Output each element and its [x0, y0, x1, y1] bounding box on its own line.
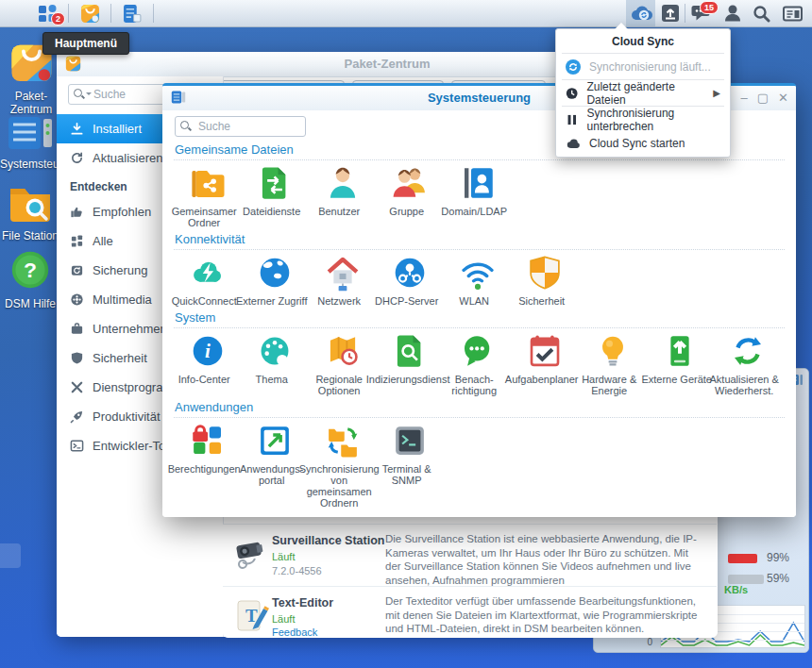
dhcp-server-icon [390, 253, 430, 292]
group-icon [390, 163, 430, 203]
sync-progress-icon [566, 59, 581, 75]
upload-icon [661, 4, 680, 23]
dsm-desktop: Paket-Zentrum Systemsteuerung File Stati… [0, 0, 812, 668]
help-icon: ? [9, 249, 51, 291]
search-button[interactable] [747, 0, 776, 26]
search-icon [74, 89, 85, 100]
cp-item-security[interactable]: Sicherheit [512, 253, 580, 307]
cp-item-label: Domain/LDAP [433, 206, 515, 217]
menu-item-recently-changed[interactable]: Zuletzt geänderte Dateien ▶ [556, 81, 730, 105]
pause-icon [566, 112, 579, 127]
svg-text:?: ? [24, 258, 37, 282]
terminal-icon [70, 439, 84, 453]
grid-icon [70, 234, 84, 248]
sidebar-item-label: Unternehmen [93, 322, 167, 336]
cloud-sync-tray-icon [629, 4, 653, 23]
external-device-icon [660, 331, 700, 371]
control-panel-taskbar-icon [123, 4, 143, 24]
cp-item-domain-ldap[interactable]: Domain/LDAP [444, 163, 512, 217]
cp-item-label: Terminal & SNMP [366, 463, 448, 486]
shield-icon [70, 351, 84, 365]
menu-item-label: Cloud Sync starten [589, 137, 685, 150]
sidebar-item-label: Empfohlen [93, 205, 151, 219]
surveillance-station-icon [232, 536, 270, 574]
cloud-icon [566, 136, 581, 151]
minimize-button[interactable]: – [741, 90, 748, 107]
desktop-icon-label: Paket-Zentrum [1, 90, 61, 116]
download-icon [70, 122, 84, 136]
usage-value-1: 99% [767, 551, 789, 564]
menu-item-label: Synchronisierung läuft... [589, 60, 711, 74]
package-row-surveillance-station[interactable]: Surveillance Station Läuft 7.2.0-4556 Di… [223, 524, 717, 587]
clock-icon [566, 86, 578, 101]
briefcase-icon [70, 322, 84, 336]
package-name: Surveillance Station [272, 534, 384, 547]
menu-item-label: Synchronisierung unterbrechen [587, 107, 720, 133]
cp-item-shared-folder[interactable]: Gemeinsamer Ordner [174, 163, 242, 228]
package-status: Läuft [272, 613, 295, 625]
taskbar-control-panel-button[interactable] [111, 0, 153, 26]
wallpaper-accent [0, 543, 21, 568]
package-name: Text-Editor [272, 596, 333, 610]
cp-item-terminal-snmp[interactable]: Terminal & SNMP [377, 421, 445, 486]
maximize-button[interactable]: ▢ [757, 90, 769, 107]
control-panel-search-input[interactable] [196, 118, 301, 135]
menu-item-open-cloud-sync[interactable]: Cloud Sync starten [556, 131, 730, 155]
search-icon [180, 121, 192, 132]
palette-icon [255, 331, 295, 371]
close-button[interactable]: ✕ [778, 90, 788, 107]
quickconnect-icon [188, 253, 228, 292]
cp-item-label: Aktualisieren & Wiederherst. [703, 374, 785, 396]
sidebar-item-label: Produktivität [93, 409, 161, 424]
cp-item-notification[interactable]: Benach-richtigung [444, 331, 512, 396]
cp-item-regional-options[interactable]: Regionale Optionen [309, 331, 377, 396]
desktop-icon-label: File Station [0, 229, 60, 242]
application-portal-icon [255, 421, 295, 460]
cp-item-update-restore[interactable]: Aktualisieren & Wiederherst. [714, 331, 782, 396]
package-center-taskbar-icon [80, 4, 100, 24]
sidebar-item-label: Multimedia [93, 292, 152, 307]
user-menu-button[interactable] [718, 0, 747, 26]
rocket-icon [70, 409, 84, 424]
thumbs-up-icon [70, 205, 84, 219]
indexing-icon [390, 331, 430, 371]
menu-item-pause-sync[interactable]: Synchronisierung unterbrechen [556, 108, 730, 131]
desktop-icon-file-station[interactable]: File Station [0, 183, 60, 242]
backup-icon [70, 263, 84, 277]
map-clock-icon [323, 331, 363, 371]
main-menu-badge: 2 [51, 12, 65, 25]
menu-divider [562, 53, 724, 54]
control-panel-search[interactable] [175, 116, 306, 137]
taskbar: 2 [0, 0, 812, 27]
lightbulb-icon [593, 331, 633, 371]
package-row-text-editor[interactable]: T Text-Editor Läuft Feedback Der Textedi… [223, 586, 717, 638]
file-services-icon [255, 163, 295, 203]
main-menu-button[interactable]: 2 [26, 0, 68, 26]
cloud-sync-menu-title: Cloud Sync [556, 31, 730, 52]
taskbar-package-center-button[interactable] [69, 0, 110, 26]
desktop-icon-label: DSM Hilfe [0, 297, 60, 310]
notifications-button[interactable]: 15 [685, 0, 718, 26]
section-grid: Gemeinsamer Ordner Dateidienste [174, 163, 785, 228]
tools-icon [70, 380, 84, 394]
desktop-icon-label: Systemsteuerung [0, 158, 60, 171]
info-icon: i [188, 331, 228, 371]
upload-tray-button[interactable] [655, 0, 685, 26]
pilot-view-icon [783, 5, 803, 23]
package-status: Läuft [272, 551, 295, 562]
file-station-icon [8, 183, 53, 223]
desktop-icon-control-panel[interactable]: Systemsteuerung [0, 115, 60, 171]
update-restore-icon [728, 331, 768, 371]
pilot-view-button[interactable] [776, 0, 808, 26]
usage-value-2: 59% [767, 572, 789, 585]
sidebar-item-label: Sicherung [93, 263, 148, 277]
package-feedback-link[interactable]: Feedback [272, 626, 317, 638]
network-icon [323, 253, 363, 292]
menu-item-sync-running: Synchronisierung läuft... [556, 55, 730, 78]
submenu-arrow-icon: ▶ [713, 88, 720, 98]
cp-item-hardware-power[interactable]: Hardware & Energie [579, 331, 647, 396]
section-grid: Berechtigungen Anwendungs-portal [174, 421, 785, 509]
cloud-sync-tray-button[interactable] [626, 0, 655, 26]
section-grid: QuickConnect Externer Zugriff [174, 253, 785, 307]
desktop-icon-dsm-help[interactable]: ? DSM Hilfe [0, 249, 60, 310]
